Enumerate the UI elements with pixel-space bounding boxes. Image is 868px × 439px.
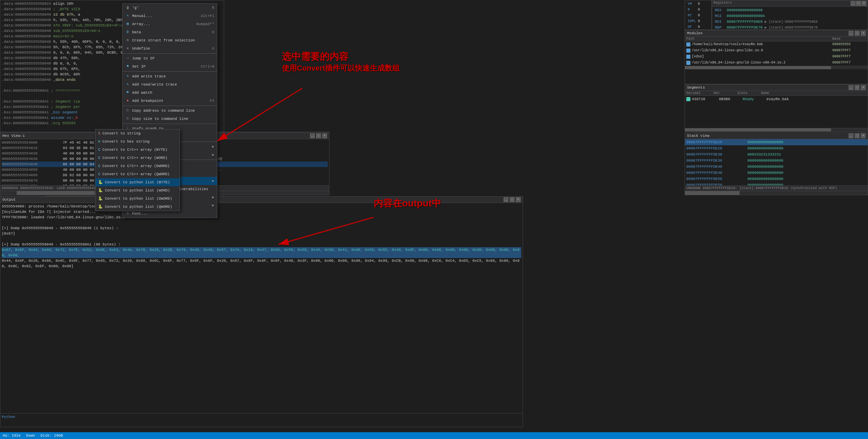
stack-minimize-btn[interactable]: _: [849, 133, 853, 138]
output-line-6: [0x67]: [2, 231, 521, 236]
submenu-item-c-qword[interactable]: C Convert to C/C++ array (QWORD): [95, 170, 180, 178]
segment-panel: Segments _ □ × Decimal Hex State Name 43…: [685, 84, 868, 132]
modules-close-btn[interactable]: ×: [861, 31, 866, 36]
c-qword-icon: C: [98, 171, 101, 177]
submenu-item-py-byte[interactable]: 🐍 Convert to python list (BYTE): [95, 178, 180, 186]
struct-icon: ⊞: [125, 38, 130, 43]
module-row-1[interactable]: /home/kali/Desktop/tools/esayRe.bak 0000…: [685, 41, 868, 48]
hex-close-btn[interactable]: ×: [322, 133, 327, 138]
stack-close-btn[interactable]: ×: [861, 133, 866, 138]
reg-close-btn[interactable]: ×: [862, 1, 866, 6]
output-minimize-btn[interactable]: _: [504, 197, 508, 202]
segment-scrollbar[interactable]: [685, 128, 868, 131]
modules-minimize-btn[interactable]: _: [849, 31, 853, 36]
copy-addr-icon: ⎘: [125, 108, 130, 113]
submenu-item-py-qword[interactable]: 🐍 Convert to python list (QWORD): [95, 203, 180, 211]
reg-panel-header: Registers _ □ ×: [712, 0, 868, 7]
undefine-icon: ✕: [125, 46, 130, 51]
flag-nt: NT 0: [686, 13, 710, 18]
output-float-btn[interactable]: □: [510, 197, 514, 202]
stack-status: UNKNOWN 00007FFFFFFFDE20: [stack]:00007F…: [685, 185, 868, 191]
convert-submenu: S Convert to string H Convert to hex str…: [95, 129, 180, 211]
modules-scrollbar[interactable]: [685, 66, 868, 69]
font-icon: A: [125, 211, 130, 216]
stack-float-btn[interactable]: □: [855, 133, 860, 138]
submenu-item-py-word[interactable]: 🐍 Convert to python list (WORD): [95, 186, 180, 195]
output-close-btn[interactable]: ×: [516, 197, 521, 202]
py-qword-icon: 🐍: [98, 204, 103, 210]
reg-rdi: RDI 00007FFFFFFFD8E0 ▶ [stack]:00007FFFF…: [713, 19, 866, 25]
menu-item-data[interactable]: D Data D: [123, 28, 217, 36]
module-icon-4: [686, 61, 690, 65]
menu-item-watch[interactable]: 👁 Add watch: [123, 89, 217, 97]
menu-item-rw-trace[interactable]: ✎ Add read/write trace: [123, 80, 217, 89]
seg-float-btn[interactable]: □: [855, 85, 860, 90]
output-panel: Output _ □ × 5555554000: process /home/k…: [0, 196, 523, 427]
module-row-4[interactable]: /usr/lib/x86_64-linux-gnu/ld-linux-x86-6…: [685, 60, 868, 66]
stack-scrollbar[interactable]: [685, 191, 868, 195]
annotation-top-subtext: 使用Convert插件可以快速生成数组: [282, 63, 400, 73]
menu-item-breakpoint[interactable]: ● Add breakpoint F2: [123, 97, 217, 105]
module-row-2[interactable]: /usr/lib/x86_64-linux-gnu/libc.so.6 0000…: [685, 48, 868, 54]
flag-iopl: IOPL 0: [686, 18, 710, 24]
submenu-item-c-dword[interactable]: C Convert to C/C++ array (DWORD): [95, 162, 180, 170]
annotation-top: 选中需要的内容 使用Convert插件可以快速生成数组: [282, 50, 400, 73]
menu-separator-4: [123, 124, 217, 124]
menu-item-array[interactable]: ▤ Array... Numpad**: [123, 20, 217, 28]
submenu-item-to-hex[interactable]: H Convert to hex string: [95, 138, 180, 146]
flags-panel: VM 0 R 0 NT 0 IOPL 0 OF 0 DF 0: [685, 0, 712, 30]
submenu-item-py-dword[interactable]: 🐍 Convert to python list (DWORD): [95, 195, 180, 203]
menu-item-set-ip[interactable]: ⚑ Set IP Ctrl+N: [123, 62, 217, 71]
write-trace-icon: ✎: [125, 74, 130, 79]
menu-item-write-trace[interactable]: ✎ Add write trace: [123, 72, 217, 80]
reg-rsi: RSI 0000000000000000A: [713, 13, 866, 19]
modules-header: Modules _ □ ×: [685, 30, 868, 37]
py-dword-icon: 🐍: [98, 196, 103, 202]
segment-col-header: Decimal Hex State Name: [685, 91, 868, 96]
stack-panel-header: Stack view _ □ ×: [685, 133, 868, 139]
set-ip-icon: ⚑: [125, 64, 130, 69]
module-row-3[interactable]: [vdso] 00007FFF7: [685, 54, 868, 60]
modules-controls: _ □ ×: [849, 31, 866, 36]
submenu-item-c-byte[interactable]: C Convert to C/C++ array (BYTE): [95, 146, 180, 154]
data-icon: D: [125, 30, 130, 35]
seg-close-btn[interactable]: ×: [861, 85, 866, 90]
output-line-9: 0x67, 0x6F, 0x64, 0x60, 0x72, 0x7E, 0x52…: [2, 247, 521, 258]
stack-row-4: 00007FFFFFFFDE38 0000000000000000: [685, 158, 868, 164]
output-line-7: [2, 236, 521, 242]
submenu-item-c-word[interactable]: C Convert to C/C++ array (WORD): [95, 154, 180, 162]
stack-row-6: 00007FFFFFFFDE48 0000000000000000: [685, 170, 868, 176]
segment-row-1[interactable]: 439728 6B5B0 Ready esayRe.bak: [685, 96, 868, 103]
reg-content: RDX 0000000000000000 RSI 000000000000000…: [712, 7, 868, 30]
menu-item-copy-addr[interactable]: ⎘ Copy address to command line: [123, 107, 217, 115]
reg-float-btn[interactable]: □: [856, 1, 861, 6]
menu-item-manual[interactable]: ✎ Manual... Alt+F1: [123, 12, 217, 20]
seg-minimize-btn[interactable]: _: [849, 85, 853, 90]
menu-item-copy-size[interactable]: ⎘ Copy size to command line: [123, 115, 217, 123]
reg-rbp: RBP 00007FFFFFFFDE70 ▶ [stack]:00007FFFF…: [713, 25, 866, 30]
registers-panel: Registers _ □ × RDX 0000000000000000 RSI…: [712, 0, 868, 30]
menu-separator-3: [123, 106, 217, 106]
submenu-item-to-string[interactable]: S Convert to string: [95, 129, 180, 138]
module-icon-1: [686, 42, 690, 47]
flag-of: OF 0: [686, 24, 710, 30]
stack-row-3: 00007FFFFFFFDE30 000333231333231: [685, 151, 868, 158]
menu-item-jump-ip[interactable]: → Jump to IP: [123, 54, 217, 62]
output-line-1: 5555554000: process /home/kali/Desktop/t…: [2, 204, 521, 209]
reg-rdx: RDX 0000000000000000: [713, 7, 866, 13]
string-icon: S: [98, 130, 101, 136]
stack-row-2: 00007FFFFFFFDE28 0000000000000000: [685, 145, 868, 151]
output-line-5: [+] Dump 0x555555558040 - 0x555555558040…: [2, 225, 521, 231]
menu-item-struct[interactable]: ⊞ Create struct from selection: [123, 36, 217, 44]
hex-minimize-btn[interactable]: _: [310, 133, 315, 138]
watch-icon: 👁: [125, 90, 130, 95]
hex-icon: H: [98, 139, 101, 145]
menu-item-undefine[interactable]: ✕ Undefine U: [123, 44, 217, 53]
status-au: AU: Idle: [3, 434, 21, 438]
segment-panel-header: Segments _ □ ×: [685, 85, 868, 91]
modules-float-btn[interactable]: □: [855, 31, 860, 36]
hex-float-btn[interactable]: □: [316, 133, 321, 138]
menu-item-g[interactable]: g 'g' R: [123, 4, 217, 12]
status-bar: AU: Idle Down Disk: 29GB: [0, 432, 868, 439]
reg-minimize-btn[interactable]: _: [851, 1, 855, 6]
